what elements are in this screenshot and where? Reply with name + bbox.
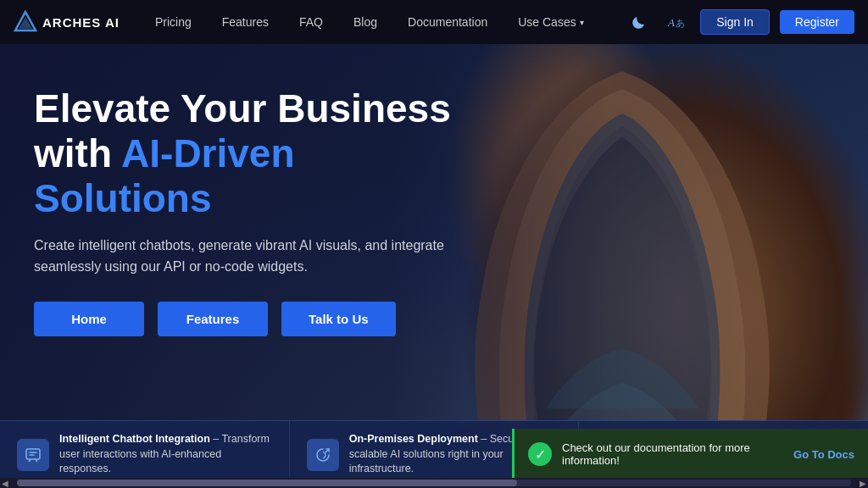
hero-buttons: Home Features Talk to Us bbox=[34, 302, 458, 336]
toast-notification: ✓ Check out our documentation for more i… bbox=[512, 429, 868, 480]
hero-highlight: AI-Driven bbox=[121, 131, 294, 175]
hero-title: Elevate Your Business with AI-Driven Sol… bbox=[34, 86, 458, 221]
logo[interactable]: ARCHES AI bbox=[14, 10, 120, 34]
nav-documentation[interactable]: Documentation bbox=[392, 0, 503, 44]
svg-text:あ: あ bbox=[676, 18, 685, 28]
home-button[interactable]: Home bbox=[34, 302, 144, 336]
talk-to-us-button[interactable]: Talk to Us bbox=[281, 302, 396, 336]
deployment-icon-box bbox=[307, 439, 339, 471]
hero-title-solutions: Solutions bbox=[34, 176, 212, 220]
hero-subtitle: Create intelligent chatbots, generate vi… bbox=[34, 235, 458, 278]
toast-message: Check out our documentation for more inf… bbox=[562, 441, 783, 467]
svg-rect-6 bbox=[26, 449, 40, 459]
chevron-down-icon: ▾ bbox=[580, 18, 584, 27]
scrollbar-thumb[interactable] bbox=[17, 480, 517, 486]
register-button[interactable]: Register bbox=[780, 10, 854, 34]
nav-faq[interactable]: FAQ bbox=[284, 0, 338, 44]
hero-section: Elevate Your Business with AI-Driven Sol… bbox=[0, 44, 868, 488]
hero-content: Elevate Your Business with AI-Driven Sol… bbox=[0, 44, 492, 336]
dark-mode-toggle[interactable] bbox=[626, 8, 653, 36]
svg-text:A: A bbox=[668, 16, 675, 29]
navbar: ARCHES AI Pricing Features FAQ Blog Docu… bbox=[0, 0, 868, 44]
translate-button[interactable]: A あ bbox=[663, 8, 690, 36]
horizontal-scrollbar[interactable]: ◀ ▶ bbox=[0, 478, 868, 488]
scrollbar-track[interactable] bbox=[17, 480, 851, 486]
nav-features[interactable]: Features bbox=[207, 0, 284, 44]
feature-chatbot-text: Intelligent Chatbot Integration – Transf… bbox=[59, 432, 272, 477]
toast-check-icon: ✓ bbox=[528, 442, 552, 466]
scroll-right-arrow[interactable]: ▶ bbox=[858, 478, 868, 488]
brand-name: ARCHES AI bbox=[42, 15, 120, 30]
scroll-left-arrow[interactable]: ◀ bbox=[0, 478, 10, 488]
nav-links: Pricing Features FAQ Blog Documentation … bbox=[140, 0, 626, 44]
nav-use-cases[interactable]: Use Cases ▾ bbox=[503, 0, 598, 44]
sign-in-button[interactable]: Sign In bbox=[700, 9, 770, 35]
nav-right: A あ Sign In Register bbox=[626, 8, 854, 36]
chatbot-icon-box bbox=[17, 439, 49, 471]
nav-blog[interactable]: Blog bbox=[338, 0, 392, 44]
nav-pricing[interactable]: Pricing bbox=[140, 0, 207, 44]
logo-icon bbox=[14, 10, 37, 34]
features-button[interactable]: Features bbox=[158, 302, 268, 336]
toast-action-button[interactable]: Go To Docs bbox=[793, 448, 854, 461]
